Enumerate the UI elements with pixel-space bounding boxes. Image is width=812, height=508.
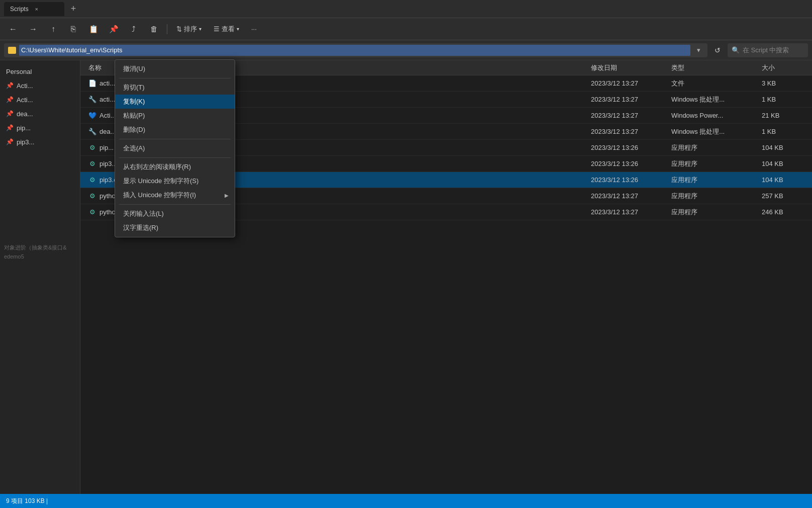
menu-item-select-all[interactable]: 全选(A): [115, 141, 235, 155]
view-icon: ☰: [214, 25, 220, 33]
file-cell-date: 2023/3/12 13:27: [587, 192, 667, 200]
col-header-type: 类型: [667, 63, 758, 72]
search-box[interactable]: 🔍 在 Script 中搜索: [728, 43, 808, 57]
sidebar-item-4[interactable]: 📌 pip3...: [0, 135, 80, 149]
address-dropdown-button[interactable]: ▾: [693, 45, 703, 55]
share-icon: ⤴: [132, 25, 136, 33]
file-type-icon: ⚙: [88, 192, 96, 200]
file-name: pip...: [99, 144, 114, 151]
refresh-button[interactable]: ↺: [710, 43, 725, 57]
sort-label: 排序: [184, 25, 197, 34]
menu-item-paste[interactable]: 粘贴(P): [115, 109, 235, 123]
address-row: C:\Users\White\tutorial_env\Scripts ▾ ↺ …: [0, 40, 812, 60]
menu-separator: [119, 139, 231, 139]
file-name: acti...: [99, 79, 115, 87]
pin-button[interactable]: 📌: [105, 21, 123, 37]
file-cell-type: Windows 批处理...: [667, 127, 758, 136]
status-bar: 9 项目 103 KB |: [0, 494, 812, 508]
delete-icon: 🗑: [150, 25, 158, 33]
file-type-icon: ⚙: [88, 144, 96, 152]
file-cell-size: 246 KB: [758, 208, 808, 216]
copy-path-icon: ⎘: [71, 25, 76, 34]
file-cell-date: 2023/3/12 13:27: [587, 208, 667, 216]
left-panel-line1: 对象进阶（抽象类&接口&: [4, 243, 76, 252]
file-type-icon: ⚙: [88, 160, 96, 168]
back-icon: ←: [9, 25, 17, 34]
sidebar: Personal 📌 Acti... 📌 Acti... 📌 dea... 📌 …: [0, 60, 80, 494]
paste-button[interactable]: 📋: [84, 21, 103, 37]
sidebar-label-4: pip3...: [17, 138, 34, 146]
file-cell-type: 文件: [667, 79, 758, 88]
menu-item-show-unicode[interactable]: 显示 Unicode 控制字符(S): [115, 174, 235, 188]
sidebar-item-3[interactable]: 📌 pip...: [0, 121, 80, 135]
copy-path-button[interactable]: ⎘: [64, 21, 82, 37]
delete-button[interactable]: 🗑: [145, 21, 163, 37]
refresh-icon: ↺: [715, 46, 721, 54]
file-cell-type: Windows 批处理...: [667, 95, 758, 104]
forward-button[interactable]: →: [24, 21, 42, 37]
pin-icon-3: 📌: [6, 124, 14, 131]
forward-icon: →: [29, 25, 37, 34]
toolbar: ← → ↑ ⎘ 📋 📌 ⤴ 🗑 ⇅ 排序 ▾ ☰ 查看 ▾ ···: [0, 18, 812, 40]
address-bar[interactable]: C:\Users\White\tutorial_env\Scripts ▾: [4, 43, 707, 57]
file-cell-size: 104 KB: [758, 176, 808, 184]
menu-item-undo[interactable]: 撤消(U): [115, 62, 235, 76]
sort-button[interactable]: ⇅ 排序 ▾: [171, 21, 207, 37]
col-header-size: 大小: [758, 63, 808, 72]
active-tab[interactable]: Scripts ×: [4, 2, 64, 16]
sidebar-item-0[interactable]: 📌 Acti...: [0, 78, 80, 93]
sidebar-item-2[interactable]: 📌 dea...: [0, 107, 80, 121]
view-button[interactable]: ☰ 查看 ▾: [209, 21, 244, 37]
menu-item-insert-unicode[interactable]: 插入 Unicode 控制字符(I)▶: [115, 188, 235, 202]
folder-icon: [8, 47, 16, 54]
file-cell-type: 应用程序: [667, 208, 758, 217]
file-cell-size: 21 KB: [758, 112, 808, 119]
file-cell-size: 1 KB: [758, 96, 808, 103]
menu-separator: [119, 78, 231, 78]
pin-icon: 📌: [109, 25, 119, 34]
file-type-icon: ⚙: [88, 208, 96, 216]
sidebar-label-0: Acti...: [17, 82, 33, 90]
share-button[interactable]: ⤴: [125, 21, 143, 37]
address-text[interactable]: C:\Users\White\tutorial_env\Scripts: [19, 45, 690, 56]
file-name: Acti...: [99, 112, 116, 119]
file-type-icon: ⚙: [88, 176, 96, 184]
sidebar-personal-label: Personal: [6, 68, 32, 75]
more-button[interactable]: ···: [246, 21, 262, 37]
up-icon: ↑: [51, 25, 55, 34]
submenu-arrow-icon: ▶: [225, 193, 229, 198]
file-cell-date: 2023/3/12 13:26: [587, 160, 667, 167]
file-cell-type: Windows Power...: [667, 112, 758, 119]
file-cell-type: 应用程序: [667, 192, 758, 201]
more-icon: ···: [251, 25, 257, 33]
tab-close-button[interactable]: ×: [33, 5, 41, 13]
menu-item-kanji-reselect[interactable]: 汉字重选(R): [115, 221, 235, 235]
file-type-icon: 📄: [88, 79, 96, 88]
sidebar-item-personal[interactable]: Personal: [0, 64, 80, 78]
left-panel-lower: 对象进阶（抽象类&接口& edemo5: [0, 239, 80, 265]
menu-item-rtl[interactable]: 从右到左的阅读顺序(R): [115, 160, 235, 174]
file-cell-type: 应用程序: [667, 176, 758, 185]
file-cell-date: 2023/3/12 13:27: [587, 128, 667, 135]
file-cell-date: 2023/3/12 13:26: [587, 144, 667, 151]
left-panel-line2: edemo5: [4, 252, 76, 262]
pin-icon-1: 📌: [6, 96, 14, 103]
sidebar-label-1: Acti...: [17, 96, 33, 104]
menu-item-close-ime[interactable]: 关闭输入法(L): [115, 207, 235, 221]
file-cell-date: 2023/3/12 13:27: [587, 112, 667, 119]
menu-item-delete[interactable]: 删除(D): [115, 123, 235, 137]
file-cell-size: 257 KB: [758, 192, 808, 200]
new-tab-button[interactable]: +: [66, 2, 80, 16]
file-cell-size: 104 KB: [758, 160, 808, 167]
menu-item-cut[interactable]: 剪切(T): [115, 80, 235, 95]
sidebar-label-2: dea...: [17, 110, 33, 118]
menu-item-copy[interactable]: 复制(K): [115, 95, 235, 109]
pin-icon-4: 📌: [6, 138, 14, 145]
back-button[interactable]: ←: [4, 21, 22, 37]
up-button[interactable]: ↑: [44, 21, 62, 37]
file-cell-size: 1 KB: [758, 128, 808, 135]
col-header-date: 修改日期: [587, 63, 667, 72]
sidebar-item-1[interactable]: 📌 Acti...: [0, 93, 80, 107]
search-icon: 🔍: [732, 46, 740, 54]
file-name: acti...: [99, 96, 115, 103]
